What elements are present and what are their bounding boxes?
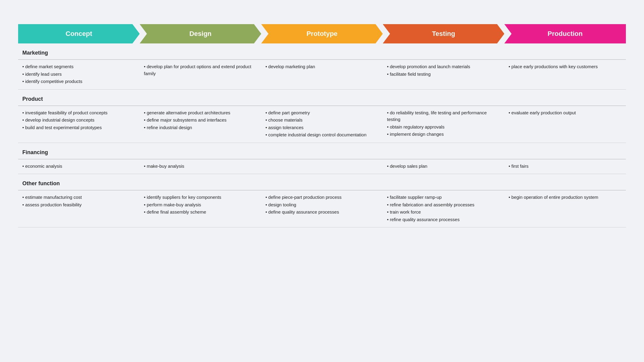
cell-item: obtain regulatory approvals	[387, 124, 500, 131]
cell-concept: define market segmentsidentify lead user…	[18, 60, 140, 90]
cell-testing: develop sales plan	[383, 159, 505, 174]
cell-item: define part geometry	[265, 110, 379, 116]
cell-concept: investigate feasibility of product conce…	[18, 106, 140, 143]
cell-item: assess production feasibility	[22, 202, 136, 208]
cell-item: build and test experimental prototypes	[22, 124, 136, 131]
section-label-financing: Financing	[18, 143, 626, 159]
table-row: define market segmentsidentify lead user…	[18, 60, 626, 90]
cell-design: identify suppliers for key componentsper…	[140, 190, 261, 227]
cell-item: define market segments	[22, 63, 136, 70]
cell-item: develop marketing plan	[265, 63, 379, 70]
cell-item: make-buy analysis	[144, 163, 257, 170]
cell-concept: estimate manufacturing costassess produc…	[18, 190, 140, 227]
cell-item: assign tolerances	[265, 124, 379, 131]
phases-arrow-bar: ConceptDesignPrototypeTestingProduction	[18, 24, 626, 43]
cell-item: design tooling	[265, 202, 379, 208]
phases-diagram: ConceptDesignPrototypeTestingProduction …	[18, 24, 626, 227]
cell-item: identify competitive products	[22, 78, 136, 85]
cell-design: develop plan for product options and ext…	[140, 60, 261, 90]
phase-arrow-prototype: Prototype	[261, 24, 383, 43]
cell-item: implement design changes	[387, 131, 500, 138]
cell-item: identify suppliers for key components	[144, 194, 257, 201]
table-row: estimate manufacturing costassess produc…	[18, 190, 626, 227]
cell-item: choose materials	[265, 117, 379, 124]
cell-item: facilitate field testing	[387, 71, 500, 78]
phase-arrow-concept: Concept	[18, 24, 140, 43]
cell-item: define major subsystems and interfaces	[144, 117, 257, 124]
cell-item: investigate feasibility of product conce…	[22, 110, 136, 116]
section-header-financing: Financing	[18, 143, 626, 159]
cell-item: develop plan for product options and ext…	[144, 63, 257, 77]
phase-arrow-design: Design	[140, 24, 261, 43]
section-label-other-function: Other function	[18, 174, 626, 190]
cell-item: develop sales plan	[387, 163, 500, 170]
cell-item: facilitate supplier ramp-up	[387, 194, 500, 201]
cell-concept: economic analysis	[18, 159, 140, 174]
cell-item: refine fabrication and assembly processe…	[387, 202, 500, 208]
section-header-other-function: Other function	[18, 174, 626, 190]
cell-item: place early productions with key custome…	[508, 63, 622, 70]
cell-item: define piece-part production process	[265, 194, 379, 201]
section-header-marketing: Marketing	[18, 43, 626, 60]
phase-arrow-testing: Testing	[383, 24, 505, 43]
cell-item: refine industrial design	[144, 124, 257, 131]
cell-item: develop industrial design concepts	[22, 117, 136, 124]
cell-item: define quality assurance processes	[265, 209, 379, 216]
cell-item: begin operation of entire production sys…	[508, 194, 622, 201]
cell-item: do reliability testing, life testing and…	[387, 110, 500, 123]
cell-testing: develop promotion and launch materialsfa…	[383, 60, 505, 90]
cell-item: estimate manufacturing cost	[22, 194, 136, 201]
cell-design: generate alternative product architectur…	[140, 106, 261, 143]
cell-prototype	[261, 159, 383, 174]
cell-item: complete industrial design control docum…	[265, 132, 379, 138]
table-row: investigate feasibility of product conce…	[18, 106, 626, 143]
cell-production: place early productions with key custome…	[504, 60, 626, 90]
phase-arrow-production: Production	[504, 24, 626, 43]
cell-prototype: define part geometrychoose materialsassi…	[261, 106, 383, 143]
cell-testing: do reliability testing, life testing and…	[383, 106, 505, 143]
cell-item: develop promotion and launch materials	[387, 63, 500, 70]
cell-prototype: develop marketing plan	[261, 60, 383, 90]
table-row: economic analysismake-buy analysisdevelo…	[18, 159, 626, 174]
phases-table: Marketingdefine market segmentsidentify …	[18, 43, 626, 227]
cell-item: define final assembly scheme	[144, 209, 257, 216]
cell-design: make-buy analysis	[140, 159, 261, 174]
cell-prototype: define piece-part production processdesi…	[261, 190, 383, 227]
cell-item: identify lead users	[22, 71, 136, 78]
section-label-marketing: Marketing	[18, 43, 626, 60]
cell-production: first fairs	[504, 159, 626, 174]
cell-testing: facilitate supplier ramp-uprefine fabric…	[383, 190, 505, 227]
section-label-product: Product	[18, 89, 626, 106]
cell-item: refine quality assurance processes	[387, 216, 500, 223]
cell-item: train work force	[387, 209, 500, 216]
cell-item: perform make-buy analysis	[144, 202, 257, 208]
cell-item: evaluate early production output	[508, 110, 622, 116]
cell-item: generate alternative product architectur…	[144, 110, 257, 116]
section-header-product: Product	[18, 89, 626, 106]
cell-production: begin operation of entire production sys…	[504, 190, 626, 227]
cell-item: economic analysis	[22, 163, 136, 170]
cell-production: evaluate early production output	[504, 106, 626, 143]
cell-item: first fairs	[508, 163, 622, 170]
